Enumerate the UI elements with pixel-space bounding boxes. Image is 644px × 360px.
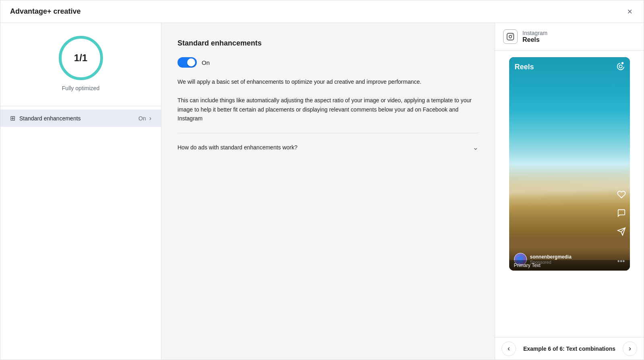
- preview-platform: Instagram: [522, 30, 547, 36]
- circle-label: Fully optimized: [62, 85, 99, 91]
- svg-point-1: [509, 35, 512, 38]
- faq-section: How do ads with standard enhancements wo…: [178, 133, 479, 153]
- optimization-circle: 1/1 Fully optimized: [59, 36, 103, 98]
- comment-icon: [617, 209, 626, 220]
- beach-image: Reels: [509, 57, 630, 271]
- center-panel: Standard enhancements On We will apply a…: [161, 23, 495, 360]
- reels-label: Reels: [515, 63, 534, 71]
- modal-body: 1/1 Fully optimized ⊞ Standard enhanceme…: [0, 23, 644, 360]
- toggle-label: On: [202, 59, 210, 66]
- circle-value: 1/1: [74, 52, 87, 64]
- preview-header: Instagram Reels: [495, 23, 644, 51]
- menu-item-right: On ›: [138, 115, 151, 122]
- camera-icon: [616, 62, 625, 73]
- preview-image-container: Reels: [495, 51, 644, 337]
- modal-header: Advantage+ creative ×: [0, 0, 644, 23]
- primary-text-bar: Primary Text: [509, 260, 630, 271]
- menu-grid-icon: ⊞: [10, 114, 15, 122]
- section-title: Standard enhancements: [178, 39, 479, 48]
- faq-question: How do ads with standard enhancements wo…: [178, 144, 297, 151]
- standard-enhancements-toggle[interactable]: [178, 57, 197, 68]
- faq-chevron-down-icon: ⌄: [473, 143, 479, 152]
- prev-example-button[interactable]: ‹: [502, 341, 516, 356]
- svg-point-4: [621, 62, 623, 64]
- share-icon: [617, 227, 626, 238]
- menu-item-status: On: [138, 115, 146, 122]
- divider: [0, 106, 161, 106]
- menu-item-left: ⊞ Standard enhancements: [10, 114, 81, 122]
- circle-ring: 1/1: [59, 36, 103, 80]
- toggle-track: [178, 57, 197, 68]
- wave-overlay: [509, 172, 630, 208]
- instagram-icon: [503, 29, 518, 44]
- svg-rect-0: [507, 33, 514, 40]
- menu-item-label: Standard enhancements: [19, 115, 81, 122]
- side-actions: [617, 190, 626, 238]
- description-text-1: We will apply a basic set of enhancement…: [178, 77, 479, 86]
- left-panel: 1/1 Fully optimized ⊞ Standard enhanceme…: [0, 23, 161, 360]
- preview-footer: ‹ Example 6 of 6: Text combinations ›: [495, 337, 644, 360]
- next-example-button[interactable]: ›: [623, 341, 637, 356]
- svg-point-2: [512, 35, 513, 35]
- primary-text-label: Primary Text: [514, 263, 541, 268]
- preview-platform-info: Instagram Reels: [522, 30, 547, 43]
- close-button[interactable]: ×: [625, 6, 634, 18]
- toggle-thumb: [187, 58, 195, 66]
- toggle-row: On: [178, 57, 479, 68]
- modal-container: Advantage+ creative × 1/1 Fully optimize…: [0, 0, 644, 360]
- faq-row[interactable]: How do ads with standard enhancements wo…: [178, 141, 479, 153]
- heart-icon: [617, 190, 626, 201]
- description-text-2: This can include things like automatical…: [178, 96, 479, 123]
- phone-preview: Reels: [509, 57, 630, 271]
- example-label: Example 6 of 6: Text combinations: [523, 346, 615, 352]
- chevron-right-icon: ›: [149, 115, 151, 122]
- svg-point-3: [619, 65, 622, 68]
- modal-title: Advantage+ creative: [10, 7, 81, 16]
- standard-enhancements-menu-item[interactable]: ⊞ Standard enhancements On ›: [0, 110, 161, 127]
- username: sonnenbergmedia: [530, 254, 572, 260]
- preview-placement: Reels: [522, 36, 547, 43]
- right-panel: Instagram Reels Reels: [495, 23, 644, 360]
